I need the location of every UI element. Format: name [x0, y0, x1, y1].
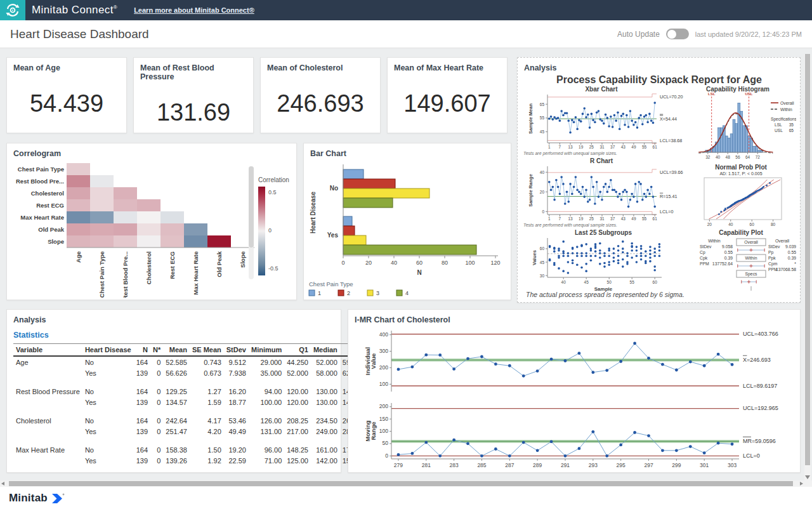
svg-text:Process Capability Sixpack Rep: Process Capability Sixpack Report for Ag… — [556, 74, 762, 85]
svg-text:Slope: Slope — [48, 238, 64, 245]
svg-text:3: 3 — [376, 290, 379, 296]
kpi-label: Mean of Age — [7, 58, 126, 74]
svg-text:200: 200 — [379, 364, 388, 371]
svg-text:Tests are performed with unequ: Tests are performed with unequal sample … — [523, 223, 617, 228]
learn-more-link[interactable]: Learn more about Minitab Connect® — [134, 6, 254, 14]
svg-text:PPM: PPM — [700, 261, 709, 266]
correlation-legend: Correlation 0.5 0 -0.5 — [258, 176, 291, 275]
panel-analysis-sixpack: Analysis Process Capability Sixpack Repo… — [517, 57, 801, 303]
svg-text:55: 55 — [630, 280, 635, 284]
statistics-section-title: Statistics — [7, 326, 341, 342]
stats-table-row: CholesterolNo1640242.644.1753.46126.0020… — [13, 415, 403, 426]
horizontal-scrollbar-thumb[interactable] — [9, 481, 793, 486]
svg-text:20: 20 — [540, 190, 545, 194]
stats-table-row: Rest Blood PressureNo1640129.251.2716.20… — [13, 386, 403, 397]
svg-text:100: 100 — [465, 260, 475, 266]
svg-text:37: 37 — [610, 216, 615, 221]
scroll-down-arrow-icon[interactable] — [805, 475, 810, 479]
svg-text:Xbar Chart: Xbar Chart — [585, 86, 618, 93]
svg-text:31: 31 — [599, 216, 605, 221]
svg-text:Value: Value — [370, 354, 377, 369]
panel-imr-chart: I-MR Chart of Cholesterol 100200300400UC… — [348, 309, 801, 473]
svg-text:Within: Within — [780, 107, 792, 112]
sixpack-chart: Process Capability Sixpack Report for Ag… — [518, 74, 800, 303]
svg-text:287: 287 — [505, 462, 514, 468]
svg-text:13: 13 — [568, 216, 573, 221]
svg-text:Sample Range: Sample Range — [528, 174, 534, 207]
svg-text:*: * — [794, 261, 796, 266]
svg-text:Rest Blood Pre...: Rest Blood Pre... — [16, 178, 64, 185]
page-footer: Minitab — [0, 487, 812, 509]
stats-table-row: Yes1390134.571.5918.77100.00120.00130.00… — [13, 397, 403, 407]
vertical-scrollbar-thumb[interactable] — [805, 54, 810, 465]
svg-text:0.39: 0.39 — [724, 256, 733, 260]
stats-col-header: N — [134, 344, 150, 357]
page-title: Heart Disease Dashboard — [10, 27, 149, 41]
minitab-connect-logo-icon — [0, 0, 25, 20]
svg-text:19: 19 — [579, 145, 584, 149]
svg-text:UCL=39.66: UCL=39.66 — [660, 169, 683, 175]
svg-text:25: 25 — [589, 216, 594, 221]
svg-text:Chest Pain Type: Chest Pain Type — [98, 251, 105, 298]
scroll-left-arrow-icon[interactable] — [1, 482, 4, 486]
svg-text:45: 45 — [584, 280, 589, 284]
svg-text:Cp: Cp — [700, 250, 705, 255]
svg-text:1: 1 — [548, 216, 551, 221]
svg-text:Last 25 Subgroups: Last 25 Subgroups — [575, 229, 632, 236]
svg-text:R=15.41: R=15.41 — [660, 194, 677, 199]
kpi-card-mean-of-cholesterol: Mean of Cholesterol 246.693 — [260, 57, 381, 133]
svg-text:USL: USL — [745, 92, 753, 96]
horizontal-scrollbar[interactable] — [0, 480, 812, 487]
svg-text:40: 40 — [716, 155, 721, 159]
correlogram-scrollbar[interactable] — [247, 164, 256, 291]
svg-text:200: 200 — [379, 403, 388, 409]
auto-update-toggle[interactable] — [666, 29, 689, 39]
svg-text:289: 289 — [533, 462, 542, 468]
svg-text:Cholesterol: Cholesterol — [145, 251, 152, 284]
svg-text:80: 80 — [442, 260, 448, 266]
svg-text:UCL=403.766: UCL=403.766 — [743, 331, 778, 337]
svg-text:301: 301 — [700, 462, 709, 468]
kpi-card-mean-of-max-heart-rate: Mean of Max Heart Rate 149.607 — [387, 57, 508, 133]
statistics-table: VariableHeart DiseaseNN*MeanSE MeanStDev… — [13, 343, 403, 466]
svg-text:303: 303 — [728, 462, 737, 468]
brand-name: Minitab Connect® — [32, 4, 117, 17]
svg-text:Specs: Specs — [745, 272, 757, 277]
svg-text:55: 55 — [540, 116, 545, 120]
svg-text:UCL=192.965: UCL=192.965 — [743, 405, 778, 411]
svg-text:7: 7 — [559, 145, 561, 149]
panel-title: I-MR Chart of Cholesterol — [348, 310, 800, 326]
svg-text:120: 120 — [490, 260, 500, 266]
legend-ticks: 0.5 0 -0.5 — [268, 187, 285, 275]
svg-text:283: 283 — [450, 462, 459, 468]
panel-title: Analysis — [7, 310, 341, 326]
legend-title: Correlation — [258, 176, 291, 183]
svg-text:9.039: 9.039 — [785, 244, 796, 249]
kpi-value: 149.607 — [388, 90, 507, 117]
svg-text:2: 2 — [347, 290, 350, 296]
kpi-card-mean-of-age: Mean of Age 54.439 — [6, 57, 127, 133]
svg-text:LCL=38.68: LCL=38.68 — [660, 138, 682, 143]
svg-text:72: 72 — [756, 155, 761, 159]
svg-text:Tests are performed with unequ: Tests are performed with unequal sample … — [523, 151, 617, 156]
auto-update-label: Auto Update — [617, 30, 660, 39]
svg-text:9.058: 9.058 — [722, 244, 733, 249]
scroll-right-arrow-icon[interactable] — [800, 482, 803, 486]
svg-text:281: 281 — [422, 462, 431, 468]
svg-text:19: 19 — [579, 216, 584, 221]
svg-text:65: 65 — [540, 102, 545, 107]
svg-text:Heart Disease: Heart Disease — [310, 191, 317, 234]
svg-text:Specifications: Specifications — [771, 117, 796, 122]
svg-text:32: 32 — [705, 155, 710, 159]
svg-text:61: 61 — [653, 145, 658, 149]
svg-text:40: 40 — [391, 260, 397, 266]
svg-text:49: 49 — [631, 145, 636, 149]
svg-text:100: 100 — [379, 428, 388, 434]
svg-text:Age: Age — [75, 251, 82, 263]
toggle-knob — [667, 30, 676, 39]
stats-col-header: Q1 — [284, 344, 311, 357]
svg-text:Values: Values — [532, 250, 537, 265]
vertical-scrollbar[interactable] — [804, 54, 811, 480]
svg-text:The actual process spread is r: The actual process spread is represented… — [526, 291, 684, 298]
legend-gradient-bar — [258, 187, 265, 275]
